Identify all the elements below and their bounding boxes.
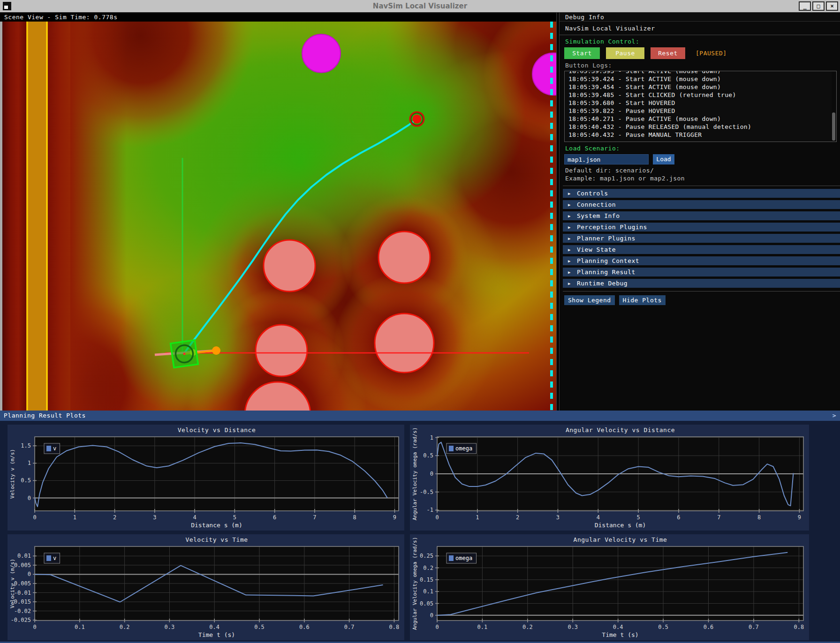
x-tick-label: 4 — [193, 514, 196, 521]
x-tick-label: 3 — [153, 514, 156, 521]
x-tick-label: 6 — [677, 514, 680, 521]
chart-velocity-vs-distance: 012345678900.511.5vVelocity vs DistanceD… — [8, 425, 404, 531]
x-tick-label: 5 — [233, 514, 236, 521]
reset-button[interactable]: Reset — [651, 47, 685, 59]
plots-panel-title: Planning Result Plots — [4, 412, 86, 419]
log-entry: 18:05:39.454 - Start ACTIVE (mouse down) — [568, 83, 836, 91]
x-tick-label: 0.4 — [613, 624, 623, 630]
section-runtime-debug[interactable]: ▶ Runtime Debug — [563, 279, 840, 288]
x-tick-label: 0.6 — [704, 624, 714, 630]
log-entry: 18:05:39.485 - Start CLICKED (returned t… — [568, 91, 836, 99]
y-tick-label: 0.1 — [423, 588, 433, 595]
app-name-label: NavSim Local Visualizer — [560, 22, 840, 35]
scene-canvas[interactable] — [0, 22, 556, 411]
section-connection[interactable]: ▶ Connection — [563, 200, 840, 209]
section-view-state[interactable]: ▶ View State — [563, 245, 840, 254]
y-tick-label: 1 — [430, 434, 433, 441]
y-tick-label: 0.5 — [423, 452, 433, 459]
x-tick-label: 3 — [556, 514, 560, 521]
waypoint-dot — [212, 346, 220, 355]
x-tick-label: 6 — [273, 514, 276, 521]
x-tick-label: 0.4 — [209, 624, 219, 630]
legend-swatch — [449, 446, 454, 451]
x-tick-label: 0.5 — [658, 624, 668, 630]
scene-view[interactable] — [0, 22, 556, 411]
chevron-right-icon[interactable]: > — [832, 411, 836, 421]
plots-panel-header[interactable]: Planning Result Plots > — [0, 411, 840, 421]
x-tick-label: 7 — [717, 514, 720, 521]
button-logs-label: Button Logs: — [565, 62, 840, 69]
chart-angular-velocity-vs-distance: 0123456789-1-0.500.51omegaAngular Veloci… — [410, 425, 809, 531]
section-perception-plugins[interactable]: ▶ Perception Plugins — [563, 223, 840, 232]
separator — [563, 186, 840, 186]
legend-label: omega — [455, 555, 472, 561]
expander-icon: ▶ — [568, 247, 571, 252]
section-label: Connection — [577, 201, 616, 208]
x-tick-label: 2 — [516, 514, 519, 521]
paused-status-badge: [PAUSED] — [696, 50, 727, 57]
x-tick-label: 0.1 — [75, 624, 85, 630]
chart-title: Angular Velocity vs Distance — [566, 426, 675, 434]
x-tick-label: 4 — [597, 514, 600, 521]
load-button[interactable]: Load — [653, 154, 674, 164]
debug-panel: Debug Info NavSim Local Visualizer Simul… — [560, 13, 840, 411]
section-system-info[interactable]: ▶ System Info — [563, 211, 840, 220]
maximize-button[interactable]: □ — [812, 1, 825, 11]
minimize-button[interactable]: _ — [799, 1, 811, 11]
section-label: Planning Result — [577, 269, 636, 276]
section-label: Controls — [577, 190, 608, 197]
expander-icon: ▶ — [568, 202, 571, 207]
x-tick-label: 0 — [435, 514, 439, 521]
y-tick-label: 0.005 — [14, 562, 31, 568]
y-tick-label: 0.5 — [21, 477, 31, 484]
x-tick-label: 0.7 — [749, 624, 759, 630]
x-tick-label: 0 — [435, 624, 439, 630]
dynamic-obstacle-circle — [302, 34, 341, 73]
x-tick-label: 0.2 — [120, 624, 130, 630]
x-tick-label: 0 — [33, 514, 36, 521]
expander-icon: ▶ — [568, 225, 571, 230]
separator — [563, 291, 840, 292]
x-axis-label: Time t (s) — [198, 631, 235, 638]
start-button[interactable]: Start — [564, 47, 600, 59]
robot-marker — [171, 340, 198, 368]
obstacle-circle — [264, 240, 315, 292]
x-tick-label: 0 — [33, 624, 36, 630]
log-scrollbar[interactable] — [832, 71, 836, 142]
panel-divider[interactable] — [556, 13, 560, 411]
x-tick-label: 5 — [637, 514, 640, 521]
y-axis-label: Angular Velocity omega (rad/s) — [412, 427, 418, 521]
close-button[interactable]: × — [826, 1, 838, 11]
section-controls[interactable]: ▶ Controls — [563, 189, 840, 198]
chart-title: Velocity vs Time — [185, 536, 248, 543]
section-label: Perception Plugins — [577, 224, 647, 231]
x-tick-label: 0.6 — [299, 624, 310, 630]
x-tick-label: 0.7 — [344, 624, 355, 630]
x-tick-label: 1 — [476, 514, 479, 521]
expander-icon: ▶ — [568, 281, 571, 286]
pause-button[interactable]: Pause — [606, 47, 644, 59]
show-legend-button[interactable]: Show Legend — [564, 295, 615, 305]
y-tick-label: 1 — [28, 460, 31, 466]
log-scrollbar-thumb[interactable] — [832, 112, 835, 141]
y-tick-label: 1.5 — [21, 442, 31, 449]
load-scenario-label: Load Scenario: — [565, 145, 840, 152]
section-planner-plugins[interactable]: ▶ Planner Plugins — [563, 234, 840, 243]
x-tick-label: 0.5 — [254, 624, 265, 630]
window-title: NavSim Local Visualizer — [0, 2, 840, 10]
scenario-input[interactable] — [564, 154, 649, 164]
hide-plots-button[interactable]: Hide Plots — [619, 295, 666, 305]
section-planning-context[interactable]: ▶ Planning Context — [563, 256, 840, 265]
window-titlebar[interactable]: NavSim Local Visualizer _ □ × — [0, 0, 840, 13]
y-tick-label: -0.01 — [14, 590, 31, 596]
legend-label: omega — [455, 445, 472, 452]
section-planning-result[interactable]: ▶ Planning Result — [563, 268, 840, 277]
y-tick-label: -0.025 — [11, 617, 31, 623]
y-tick-label: 0.25 — [420, 553, 433, 559]
expander-icon: ▶ — [568, 191, 571, 196]
button-logs-list[interactable]: 18:05:39.393 - Start ACTIVE (mouse down)… — [564, 71, 837, 142]
y-axis-label: Velocity v (m/s) — [9, 559, 15, 608]
log-entry: 18:05:39.680 - Start HOVERED — [568, 99, 836, 107]
obstacle-circle — [256, 325, 307, 376]
chart-angular-velocity-vs-time: 00.10.20.30.40.50.60.70.800.050.10.150.2… — [410, 534, 809, 640]
